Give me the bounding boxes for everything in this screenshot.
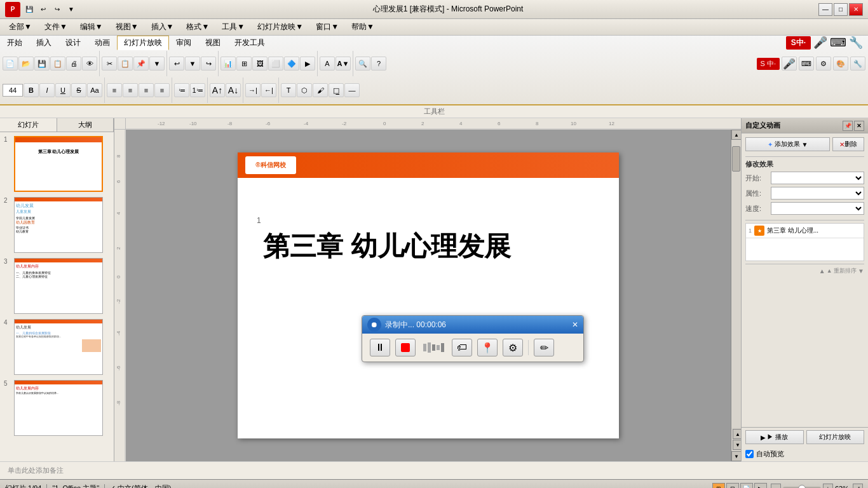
font-color-a-btn[interactable]: A: [320, 57, 335, 71]
insert-media-btn[interactable]: ▶: [300, 57, 315, 71]
insert-shape-btn[interactable]: ⬜: [268, 57, 283, 71]
slidesorter-view-btn[interactable]: ⊟: [726, 483, 739, 489]
slide-img-5[interactable]: 幼儿发展内容 学前儿童认识发展阶段中认知的培养...: [14, 380, 103, 436]
play-btn[interactable]: ▶ ▶ 播放: [745, 430, 804, 444]
strikethrough-btn[interactable]: S: [71, 83, 86, 97]
menu-insert[interactable]: 插入▼: [145, 20, 180, 34]
maximize-button[interactable]: □: [834, 3, 848, 16]
align-right-btn[interactable]: ≡: [139, 83, 154, 97]
tab-slideshow[interactable]: 幻灯片放映: [117, 36, 169, 50]
panel-close-btn[interactable]: ✕: [854, 121, 864, 131]
tab-view[interactable]: 视图: [198, 36, 227, 50]
speed-select[interactable]: [771, 202, 864, 215]
slide-thumb-3[interactable]: 3 幼儿发展内容 一、儿童的身体发展特征 二、儿童心理发展特征: [3, 257, 111, 315]
underline-btn[interactable]: U: [55, 83, 71, 97]
close-button[interactable]: ✕: [849, 3, 863, 16]
keyboard-btn[interactable]: ⌨: [799, 57, 814, 71]
line-color-btn[interactable]: —: [344, 83, 360, 97]
align-center-btn[interactable]: ≡: [123, 83, 138, 97]
tab-insert[interactable]: 插入: [29, 36, 58, 50]
slide-img-2[interactable]: 幼儿发展 儿童发展 学前儿童发展 幼儿园教育 毕业证书 幼儿教育: [14, 197, 103, 253]
tab-design[interactable]: 设计: [58, 36, 88, 50]
zoom-out-btn[interactable]: −: [771, 484, 781, 489]
scroll-thumb[interactable]: [732, 146, 740, 172]
stop-btn[interactable]: [395, 339, 416, 356]
paste-special-btn[interactable]: ▼: [149, 57, 165, 71]
slide-main-title[interactable]: 第三章 幼儿心理发展: [263, 229, 593, 264]
fit-btn[interactable]: ⤢: [853, 484, 863, 489]
save-as-btn[interactable]: 📋: [50, 57, 65, 71]
reorder-down-btn[interactable]: ▼: [858, 268, 864, 274]
mic-btn[interactable]: 🎤: [782, 57, 797, 71]
slide-thumb-1[interactable]: 1 第三章 幼儿心理发展: [3, 135, 111, 193]
sougou-input-btn[interactable]: S 中·: [757, 58, 780, 70]
minimize-button[interactable]: —: [818, 3, 832, 16]
reading-view-btn[interactable]: 📄: [740, 483, 753, 489]
pointer-btn[interactable]: 📍: [477, 339, 498, 356]
pen-toggle-btn[interactable]: 🏷: [452, 339, 472, 356]
insert-smartart-btn[interactable]: 🔷: [284, 57, 299, 71]
increase-font-btn[interactable]: A↑: [210, 83, 225, 97]
bold-btn[interactable]: B: [24, 83, 39, 97]
cam-settings-btn[interactable]: ⚙: [503, 339, 523, 356]
help-btn[interactable]: ?: [371, 57, 386, 71]
font-size-input[interactable]: 44: [3, 84, 23, 97]
tab-outline[interactable]: 大纲: [57, 118, 114, 132]
scroll-up-btn[interactable]: ▲: [731, 130, 741, 140]
wrench-btn[interactable]: 🔧: [850, 57, 865, 71]
tab-developer[interactable]: 开发工具: [227, 36, 272, 50]
redo-quick-btn[interactable]: ↪: [51, 4, 64, 15]
settings-btn[interactable]: ⚙: [816, 57, 831, 71]
reorder-up-btn[interactable]: ▲: [819, 268, 825, 274]
menu-help[interactable]: 帮助▼: [345, 20, 381, 34]
next-slide-btn[interactable]: ▼: [733, 440, 741, 450]
slide-img-3[interactable]: 幼儿发展内容 一、儿童的身体发展特征 二、儿童心理发展特征: [14, 258, 103, 314]
menu-slideshow[interactable]: 幻灯片放映▼: [251, 20, 309, 34]
format-painter-btn[interactable]: 🖌: [313, 83, 328, 97]
slide-img-1[interactable]: 第三章 幼儿心理发展: [14, 136, 103, 192]
add-effect-btn[interactable]: ✦ 添加效果 ▼: [745, 137, 830, 151]
auto-preview-check[interactable]: [745, 450, 754, 458]
align-left-btn[interactable]: ≡: [107, 83, 122, 97]
scroll-track[interactable]: [731, 140, 741, 428]
panel-pin-btn[interactable]: 📌: [843, 121, 853, 131]
redo-btn[interactable]: ↪: [201, 57, 216, 71]
normal-view-btn[interactable]: ⊞: [712, 483, 725, 489]
menu-window[interactable]: 窗口▼: [309, 20, 345, 34]
menu-edit[interactable]: 编辑▼: [74, 20, 109, 34]
list-ol-btn[interactable]: 1≔: [190, 83, 205, 97]
textbox-btn[interactable]: T: [281, 83, 296, 97]
slide-canvas[interactable]: ®科信网校 1 第三章 幼儿心理发展 ⏺ 录制中... 00:00: [238, 152, 619, 438]
sougou-icon2[interactable]: ⌨: [830, 36, 846, 50]
indent-increase-btn[interactable]: →|: [245, 83, 261, 97]
undo-arrow-btn[interactable]: ▼: [185, 57, 200, 71]
insert-pic-btn[interactable]: 🖼: [252, 57, 268, 71]
new-btn[interactable]: 📄: [3, 57, 18, 71]
decrease-font-btn[interactable]: A↓: [226, 83, 241, 97]
shadow-btn[interactable]: □̲: [329, 83, 344, 97]
undo-btn[interactable]: ↩: [169, 57, 184, 71]
canvas-scroll-area[interactable]: ®科信网校 1 第三章 幼儿心理发展 ⏺ 录制中... 00:00: [126, 130, 731, 461]
find-btn[interactable]: 🔍: [355, 57, 370, 71]
slide-img-4[interactable]: 幼儿发展 一、儿童的综合发展阶段 发展过程中有各种认知技能获取的阶段...: [14, 319, 103, 375]
start-select[interactable]: [771, 172, 864, 184]
paste-btn[interactable]: 📌: [133, 57, 149, 71]
draw-btn[interactable]: ✏: [534, 339, 554, 356]
open-btn[interactable]: 📂: [18, 57, 34, 71]
recording-close-btn[interactable]: ✕: [572, 320, 578, 329]
pause-btn[interactable]: ⏸: [370, 339, 390, 356]
draw-shape-btn[interactable]: ⬡: [297, 83, 312, 97]
slideshow-view-btn[interactable]: ▶: [754, 483, 767, 489]
justify-btn[interactable]: ≡: [154, 83, 170, 97]
copy-btn[interactable]: 📋: [118, 57, 133, 71]
delete-effect-btn[interactable]: ✕ 删除: [832, 137, 864, 151]
preview-btn[interactable]: 👁: [82, 57, 97, 71]
print-btn[interactable]: 🖨: [66, 57, 81, 71]
undo-quick-btn[interactable]: ↩: [37, 4, 50, 15]
italic-btn[interactable]: I: [39, 83, 55, 97]
tab-slides[interactable]: 幻灯片: [0, 118, 57, 132]
prev-slide-btn[interactable]: ▲: [733, 429, 741, 439]
indent-decrease-btn[interactable]: ←|: [261, 83, 276, 97]
slide-thumb-2[interactable]: 2 幼儿发展 儿童发展 学前儿童发展 幼儿园教育 毕业证书 幼儿教育: [3, 196, 111, 254]
vertical-scrollbar[interactable]: ▲ ▲ ▼ ▼: [731, 130, 741, 461]
